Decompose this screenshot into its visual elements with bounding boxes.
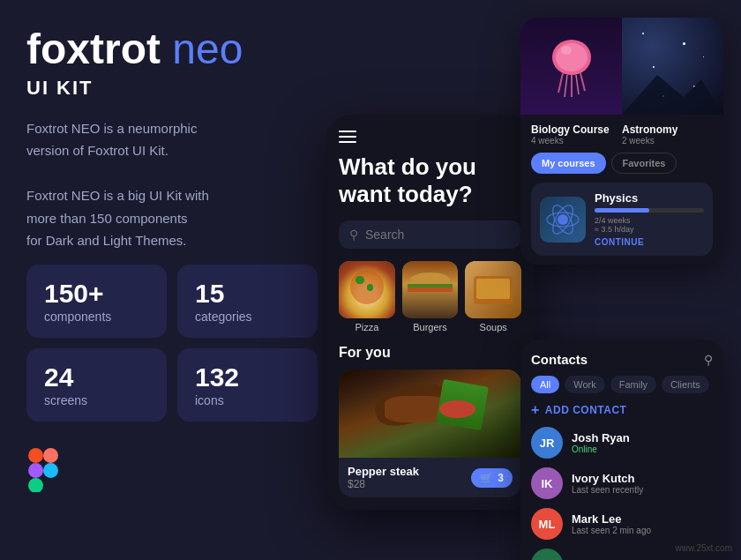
phone-mockup: What do you want today? ⚲ Search Pizza B… [326, 115, 534, 510]
svg-rect-0 [28, 448, 43, 463]
food-info: Pepper steak $28 [348, 465, 419, 490]
contact-info-mark: Mark Lee Last seen 2 min ago [572, 512, 651, 535]
svg-point-14 [558, 214, 568, 225]
search-icon: ⚲ [349, 228, 358, 242]
food-name: Pepper steak [348, 465, 419, 478]
stat-categories: 15 categories [177, 265, 318, 338]
contacts-title: Contacts [531, 352, 588, 367]
stat-icons: 132 icons [177, 348, 318, 422]
astronomy-image [622, 18, 723, 115]
courses-info: Biology Course 4 weeks Astronomy 2 weeks… [520, 115, 723, 265]
continue-button[interactable]: CONTINUE [595, 237, 704, 247]
avatar-josh: JR [531, 427, 563, 459]
phone-headline: What do you want today? [339, 153, 521, 208]
for-you-title: For you [339, 345, 521, 361]
physics-image [540, 197, 586, 243]
phone-header [339, 131, 521, 143]
svg-marker-13 [622, 75, 723, 115]
contact-info-josh: Josh Ryan Online [572, 431, 630, 454]
astronomy-course: Astronomy 2 weeks [622, 123, 713, 146]
contacts-header: Contacts ⚲ [531, 352, 713, 367]
contacts-search-icon[interactable]: ⚲ [704, 353, 713, 367]
tab-favorites[interactable]: Favorites [611, 153, 677, 174]
avatar-alyssa: AC [531, 549, 563, 560]
svg-line-10 [576, 75, 579, 94]
course-titles-row: Biology Course 4 weeks Astronomy 2 weeks [531, 123, 713, 146]
search-placeholder: Search [365, 228, 404, 242]
ui-kit-subtitle: UI KIT [26, 77, 318, 100]
contact-status-mark: Last seen 2 min ago [572, 526, 651, 535]
left-panel: foxtrot neo UI KIT Foxtrot NEO is a neum… [26, 26, 318, 492]
add-icon: + [531, 402, 540, 418]
avatar-mark: ML [531, 508, 563, 540]
daily-text: ≈ 3.5 h/day [595, 225, 704, 234]
contact-name-josh: Josh Ryan [572, 431, 630, 444]
filter-all[interactable]: All [531, 376, 559, 393]
contact-josh: JR Josh Ryan Online [531, 427, 713, 459]
contact-name-ivory: Ivory Kutch [572, 472, 643, 485]
filter-family[interactable]: Family [610, 376, 656, 393]
astronomy-course-name: Astronomy [622, 123, 713, 136]
search-bar[interactable]: ⚲ Search [339, 220, 521, 249]
soup-image [465, 261, 521, 318]
svg-point-12 [561, 46, 572, 55]
contact-status-ivory: Last seen recently [572, 485, 643, 495]
soups-label: Soups [465, 322, 521, 332]
contact-ivory: IK Ivory Kutch Last seen recently [531, 467, 713, 499]
contacts-panel: Contacts ⚲ All Work Family Clients + ADD… [520, 340, 723, 560]
brand-title: foxtrot neo [26, 26, 318, 73]
filter-work[interactable]: Work [565, 376, 604, 393]
food-card-bottom: Pepper steak $28 🛒 3 [339, 458, 521, 497]
astronomy-course-duration: 2 weeks [622, 136, 713, 146]
brand-name: foxtrot [26, 26, 161, 72]
burger-image [402, 261, 459, 318]
courses-images [520, 18, 723, 115]
physics-name: Physics [595, 191, 704, 205]
pizza-label: Pizza [339, 322, 395, 332]
food-category-burgers[interactable]: Burgers [402, 261, 459, 332]
biology-course-duration: 4 weeks [531, 136, 622, 146]
stat-components: 150+ components [26, 265, 167, 338]
hamburger-icon[interactable] [339, 131, 356, 143]
food-card: Pepper steak $28 🛒 3 [339, 370, 521, 497]
add-contact-label: ADD CONTACT [545, 404, 627, 416]
svg-point-4 [43, 463, 58, 478]
svg-line-7 [558, 73, 563, 93]
progress-text: 2/4 weeks [595, 216, 704, 225]
contact-status-josh: Online [572, 444, 630, 454]
tab-my-courses[interactable]: My courses [531, 153, 606, 174]
cart-badge[interactable]: 🛒 3 [471, 468, 513, 488]
add-contact-button[interactable]: + ADD CONTACT [531, 402, 713, 418]
course-tabs: My courses Favorites [531, 153, 713, 174]
contact-mark: ML Mark Lee Last seen 2 min ago [531, 508, 713, 540]
food-category-soups[interactable]: Soups [465, 261, 521, 332]
description-block: Foxtrot NEO is a neumorphic version of F… [26, 117, 318, 252]
contact-name-mark: Mark Lee [572, 512, 651, 526]
physics-details: Physics 2/4 weeks ≈ 3.5 h/day CONTINUE [595, 191, 704, 247]
watermark: www.25xt.com [676, 543, 732, 553]
svg-rect-3 [28, 478, 43, 492]
biology-image [520, 18, 622, 115]
stat-screens: 24 screens [26, 348, 167, 422]
pizza-image [339, 261, 395, 318]
figma-logo [26, 448, 318, 492]
burgers-label: Burgers [402, 322, 459, 332]
food-categories: Pizza Burgers Soups [339, 261, 521, 332]
svg-rect-1 [43, 448, 58, 463]
biology-course: Biology Course 4 weeks [531, 123, 622, 146]
stats-grid: 150+ components 15 categories 24 screens… [26, 265, 318, 422]
contact-info-ivory: Ivory Kutch Last seen recently [572, 472, 643, 495]
svg-line-11 [580, 73, 585, 91]
food-price: $28 [348, 478, 419, 490]
food-category-pizza[interactable]: Pizza [339, 261, 395, 332]
svg-rect-2 [28, 463, 43, 478]
progress-bar [595, 208, 704, 213]
biology-course-name: Biology Course [531, 123, 622, 136]
cart-count: 3 [498, 472, 504, 484]
filter-clients[interactable]: Clients [662, 376, 709, 393]
avatar-ivory: IK [531, 467, 563, 499]
filter-tabs: All Work Family Clients [531, 376, 713, 393]
svg-point-6 [556, 43, 588, 71]
cart-icon: 🛒 [480, 472, 493, 484]
progress-fill [595, 208, 649, 213]
